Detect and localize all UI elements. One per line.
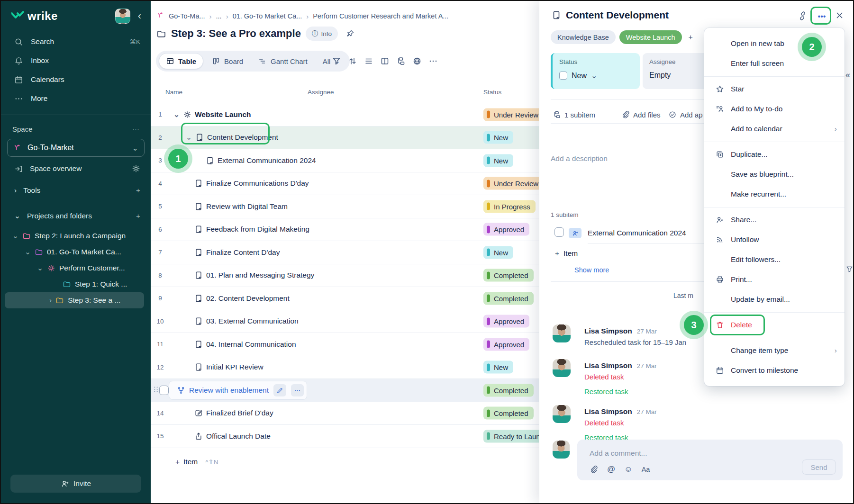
pin-icon[interactable] [343, 27, 358, 41]
menu-item-convert-to-milestone[interactable]: Convert to milestone [704, 360, 845, 380]
user-avatar[interactable] [115, 9, 130, 24]
task-name[interactable]: Finalized Brief D'day [206, 409, 273, 417]
info-button[interactable]: ⓘInfo [306, 27, 338, 41]
attach-icon[interactable] [590, 465, 598, 474]
chevron-down-icon[interactable]: ⌄ [173, 110, 180, 119]
fields-button[interactable] [412, 56, 422, 68]
tab-gantt-chart[interactable]: Gantt Chart [252, 53, 314, 69]
menu-item-add-to-calendar[interactable]: Add to calendar › [704, 119, 845, 139]
row-checkbox[interactable] [159, 386, 169, 395]
send-button[interactable]: Send [802, 459, 836, 475]
sidebar-item-projects-folders[interactable]: ⌄ Projects and folders + [1, 207, 151, 225]
subitems-button[interactable] [396, 56, 406, 68]
tab-board[interactable]: Board [205, 53, 250, 69]
edit-button[interactable] [273, 384, 286, 396]
sidebar-tree-item-step-2-launch-a-campaign[interactable]: ⌄Step 2: Launch a Campaign [5, 228, 144, 244]
task-name[interactable]: 03. External Communication [206, 317, 299, 325]
task-name[interactable]: External Communication 2024 [218, 156, 316, 165]
menu-item-duplicate[interactable]: Duplicate... [704, 144, 845, 164]
status-badge[interactable]: Completed [483, 407, 534, 420]
collapse-panel-icon[interactable]: « [845, 70, 850, 80]
add-tool-icon[interactable]: + [136, 186, 140, 195]
menu-item-update-by-email[interactable]: Update by email... [704, 289, 845, 309]
format-icon[interactable]: Aa [642, 466, 650, 473]
row-name-box[interactable]: Review with enablement te [169, 381, 307, 400]
gear-icon[interactable] [132, 164, 140, 173]
description-placeholder[interactable]: Add a description [551, 154, 608, 163]
tab-table[interactable]: Table [159, 53, 203, 69]
show-more-link[interactable]: Show more [574, 266, 609, 274]
sort-button[interactable] [348, 56, 357, 68]
add-subitem-button[interactable]: + Item [539, 249, 578, 258]
task-name[interactable]: Feedback from Digital Maketing [206, 225, 309, 234]
task-name[interactable]: Review with Digital Team [206, 202, 288, 211]
column-header-status[interactable]: Status [483, 81, 501, 103]
breadcrumb-item[interactable]: Go-To-Ma... [169, 12, 205, 20]
permalink-icon[interactable] [798, 11, 807, 22]
task-name[interactable]: Finalize Communications D'day [206, 179, 309, 188]
task-name[interactable]: Finalize Content D'day [206, 248, 280, 257]
menu-item-enter-full-screen[interactable]: Enter full screen [704, 54, 845, 73]
sidebar-item-inbox[interactable]: Inbox [1, 51, 151, 70]
sidebar-item-more[interactable]: More [1, 89, 151, 108]
activity-user[interactable]: Lisa Simpson27 Mar [584, 327, 657, 335]
activity-filter-icon[interactable] [845, 265, 854, 275]
invite-button[interactable]: Invite [10, 475, 141, 493]
status-badge[interactable]: Completed [483, 292, 534, 305]
subitem-name[interactable]: External Communication 2024 [588, 229, 686, 237]
add-project-icon[interactable]: + [136, 212, 140, 220]
status-badge[interactable]: In Progress [483, 200, 536, 213]
filter-button[interactable] [332, 56, 341, 68]
column-header-assignee[interactable]: Assignee [308, 81, 334, 103]
chevron-down-icon[interactable]: ⌄ [12, 232, 18, 240]
menu-item-add-to-my-to-do[interactable]: Add to My to-do [704, 99, 845, 119]
panel-tool-add-files[interactable]: Add files [621, 105, 661, 124]
status-badge[interactable]: Approved [483, 315, 529, 328]
menu-item-make-recurrent[interactable]: Make recurrent... [704, 184, 845, 204]
close-icon[interactable] [836, 11, 844, 21]
status-badge[interactable]: Completed [483, 269, 534, 282]
more-button[interactable] [428, 56, 438, 68]
sidebar-item-tools[interactable]: › Tools + [1, 181, 151, 199]
menu-item-edit-followers[interactable]: Edit followers... [704, 250, 845, 270]
row-height-button[interactable] [364, 56, 373, 68]
menu-item-change-item-type[interactable]: Change item type › [704, 341, 845, 360]
status-badge[interactable]: Approved [483, 338, 529, 351]
menu-item-unfollow[interactable]: Unfollow [704, 230, 845, 250]
status-badge[interactable]: Under Review [483, 177, 544, 190]
chevron-down-icon[interactable]: ⌄ [25, 248, 31, 256]
emoji-icon[interactable]: ☺ [624, 465, 632, 474]
sidebar-tree-item-01-go-to-market-ca[interactable]: ⌄01. Go-To Market Ca... [5, 244, 144, 260]
add-item-row[interactable]: + Item ^⇧N [151, 458, 218, 466]
assign-person-icon[interactable] [569, 228, 581, 238]
activity-user[interactable]: Lisa Simpson27 Mar [584, 407, 657, 416]
status-badge[interactable]: New [483, 361, 513, 374]
space-selector[interactable]: Go-To-Market ⌄ [7, 139, 145, 157]
menu-item-save-as-blueprint[interactable]: Save as blueprint... [704, 164, 845, 184]
subitem-checkbox[interactable] [554, 227, 564, 237]
task-name[interactable]: Website Launch [195, 110, 251, 119]
comment-input[interactable]: Add a comment... [590, 449, 647, 458]
activity-user[interactable]: Lisa Simpson27 Mar [584, 361, 657, 370]
space-more-icon[interactable]: ··· [132, 125, 139, 133]
panel-tool-1-subitem[interactable]: 1 subitem [553, 105, 595, 124]
tag-website-launch[interactable]: Website Launch [619, 30, 682, 44]
sidebar-collapse-icon[interactable]: ‹ [135, 10, 144, 22]
mention-icon[interactable]: @ [607, 465, 615, 474]
complete-checkbox[interactable] [559, 72, 567, 80]
task-name[interactable]: Initial KPI Review [206, 363, 263, 371]
status-badge[interactable]: Completed [483, 384, 534, 396]
panel-tool-add-ap[interactable]: Add ap [668, 105, 703, 124]
menu-item-share[interactable]: Share... [704, 210, 845, 230]
comment-box[interactable]: Add a comment... @ ☺ Aa Send [577, 440, 843, 480]
status-badge[interactable]: Under Review [483, 108, 544, 121]
menu-item-open-in-new-tab[interactable]: Open in new tab [704, 34, 845, 54]
sidebar-tree-item-step-3-see-a[interactable]: ›Step 3: See a ... [5, 292, 144, 308]
task-name[interactable]: Offical Launch Date [206, 432, 271, 441]
sidebar-item-search[interactable]: Search⌘K [1, 32, 151, 51]
breadcrumb-item[interactable]: 01. Go-To Market Ca... [233, 12, 302, 20]
sidebar-item-space-overview[interactable]: Space overview [1, 160, 151, 178]
task-name[interactable]: 01. Plan and Messaging Strategy [206, 271, 314, 279]
menu-item-print[interactable]: Print... [704, 270, 845, 289]
status-field[interactable]: Status New⌄ [551, 53, 640, 89]
